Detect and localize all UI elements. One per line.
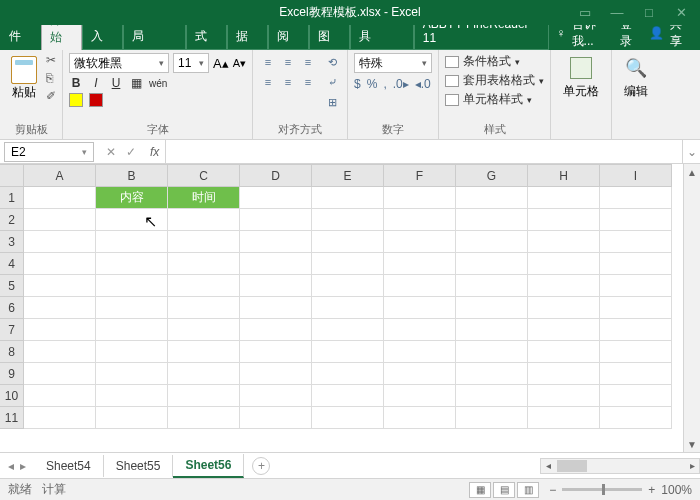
- cell[interactable]: [312, 231, 384, 253]
- cell[interactable]: [168, 341, 240, 363]
- bold-button[interactable]: B: [69, 76, 83, 90]
- zoom-slider[interactable]: [562, 488, 642, 491]
- cell[interactable]: [312, 209, 384, 231]
- page-layout-view-icon[interactable]: ▤: [493, 482, 515, 498]
- cell[interactable]: [96, 297, 168, 319]
- sheet-tab[interactable]: Sheet56: [173, 454, 244, 478]
- sheet-tab[interactable]: Sheet55: [104, 455, 174, 477]
- underline-button[interactable]: U: [109, 76, 123, 90]
- ribbon-options-icon[interactable]: ▭: [570, 3, 600, 23]
- cell[interactable]: [96, 253, 168, 275]
- cell[interactable]: [24, 341, 96, 363]
- cell[interactable]: [96, 231, 168, 253]
- cell[interactable]: [240, 297, 312, 319]
- conditional-format-button[interactable]: 条件格式▾: [445, 53, 544, 70]
- paste-button[interactable]: 粘贴: [6, 56, 42, 101]
- cell[interactable]: [528, 275, 600, 297]
- cell[interactable]: 内容: [96, 187, 168, 209]
- col-header[interactable]: E: [312, 165, 384, 187]
- cell[interactable]: [456, 341, 528, 363]
- cell[interactable]: [456, 297, 528, 319]
- col-header[interactable]: D: [240, 165, 312, 187]
- next-sheet-icon[interactable]: ▸: [20, 459, 26, 473]
- sheet-tab[interactable]: Sheet54: [34, 455, 104, 477]
- cell[interactable]: [24, 319, 96, 341]
- new-sheet-button[interactable]: +: [252, 457, 270, 475]
- select-all-corner[interactable]: [0, 165, 24, 187]
- cell[interactable]: [528, 187, 600, 209]
- cut-icon[interactable]: ✂: [46, 53, 56, 67]
- row-header[interactable]: 1: [0, 187, 24, 209]
- cell[interactable]: [384, 187, 456, 209]
- row-header[interactable]: 11: [0, 407, 24, 429]
- page-break-view-icon[interactable]: ▥: [517, 482, 539, 498]
- cell[interactable]: [456, 209, 528, 231]
- align-top-icon[interactable]: ≡: [259, 53, 277, 71]
- align-bottom-icon[interactable]: ≡: [299, 53, 317, 71]
- cell[interactable]: [96, 385, 168, 407]
- minimize-icon[interactable]: —: [602, 3, 632, 23]
- expand-formula-icon[interactable]: ⌄: [682, 140, 700, 163]
- copy-icon[interactable]: ⎘: [46, 71, 56, 85]
- zoom-level[interactable]: 100%: [661, 483, 692, 497]
- cell[interactable]: [24, 297, 96, 319]
- wrap-text-icon[interactable]: ⤶: [323, 73, 341, 91]
- cell[interactable]: [456, 231, 528, 253]
- cell[interactable]: [24, 275, 96, 297]
- row-header[interactable]: 6: [0, 297, 24, 319]
- formula-bar[interactable]: [165, 140, 682, 163]
- align-right-icon[interactable]: ≡: [299, 73, 317, 91]
- cell[interactable]: [168, 297, 240, 319]
- cell[interactable]: [24, 363, 96, 385]
- scroll-left-icon[interactable]: ◂: [541, 460, 555, 471]
- cell[interactable]: [600, 319, 672, 341]
- close-icon[interactable]: ✕: [666, 3, 696, 23]
- cell-styles-button[interactable]: 单元格样式▾: [445, 91, 544, 108]
- cell[interactable]: [240, 363, 312, 385]
- name-box[interactable]: E2▾: [4, 142, 94, 162]
- phonetic-button[interactable]: wén: [149, 78, 167, 89]
- cell[interactable]: [24, 407, 96, 429]
- font-color-button[interactable]: [89, 93, 103, 107]
- cell[interactable]: [240, 253, 312, 275]
- row-header[interactable]: 9: [0, 363, 24, 385]
- cell[interactable]: [600, 385, 672, 407]
- cell[interactable]: [528, 319, 600, 341]
- cell[interactable]: [312, 385, 384, 407]
- cell[interactable]: [456, 385, 528, 407]
- cell[interactable]: [600, 209, 672, 231]
- cell[interactable]: [312, 275, 384, 297]
- cell[interactable]: [456, 275, 528, 297]
- cell[interactable]: [384, 319, 456, 341]
- orientation-icon[interactable]: ⟲: [323, 53, 341, 71]
- align-left-icon[interactable]: ≡: [259, 73, 277, 91]
- cell[interactable]: [240, 319, 312, 341]
- row-header[interactable]: 7: [0, 319, 24, 341]
- grid[interactable]: A B C D E F G H I 1内容时间 2 3 4 5 6 7 8 9 …: [0, 164, 672, 452]
- col-header[interactable]: B: [96, 165, 168, 187]
- cell[interactable]: [96, 407, 168, 429]
- col-header[interactable]: G: [456, 165, 528, 187]
- enter-icon[interactable]: ✓: [126, 145, 136, 159]
- format-painter-icon[interactable]: ✐: [46, 89, 56, 103]
- cell[interactable]: [312, 407, 384, 429]
- cell[interactable]: [240, 385, 312, 407]
- cell[interactable]: [600, 407, 672, 429]
- cell[interactable]: [600, 253, 672, 275]
- cell[interactable]: [528, 385, 600, 407]
- vertical-scrollbar[interactable]: ▲ ▼: [683, 164, 700, 452]
- cell[interactable]: [168, 209, 240, 231]
- cell[interactable]: [384, 209, 456, 231]
- cell[interactable]: [312, 297, 384, 319]
- row-header[interactable]: 5: [0, 275, 24, 297]
- cell[interactable]: [168, 385, 240, 407]
- cell[interactable]: [168, 253, 240, 275]
- col-header[interactable]: A: [24, 165, 96, 187]
- cell[interactable]: [240, 231, 312, 253]
- cell[interactable]: [240, 209, 312, 231]
- scroll-up-icon[interactable]: ▲: [684, 164, 700, 180]
- cell[interactable]: [96, 275, 168, 297]
- cell[interactable]: [456, 253, 528, 275]
- cell[interactable]: [96, 363, 168, 385]
- cell[interactable]: [456, 363, 528, 385]
